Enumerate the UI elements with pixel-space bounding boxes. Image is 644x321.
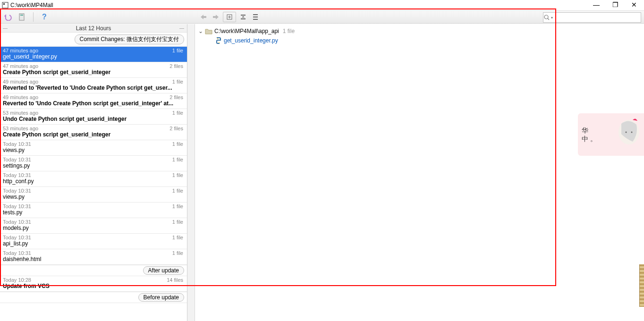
- after-update-row: After update: [0, 265, 187, 276]
- history-files: 14 files: [167, 277, 183, 283]
- python-file-icon: [214, 37, 222, 44]
- history-files: 1 file: [172, 48, 183, 53]
- history-label: daishenhe.html: [3, 256, 184, 262]
- history-time: Today 10:28: [3, 277, 184, 283]
- history-label: http_conf.py: [3, 178, 184, 185]
- collapse-vert-icon[interactable]: [238, 12, 248, 22]
- search-box[interactable]: ▾: [543, 12, 641, 23]
- history-files: 2 files: [169, 63, 183, 69]
- side-widget[interactable]: 华 中 。: [578, 113, 644, 156]
- history-item[interactable]: Today 10:311 filemodels.py: [0, 218, 187, 234]
- history-files: 1 file: [172, 79, 183, 84]
- before-update-row: Before update: [0, 292, 187, 303]
- nav-prev-icon[interactable]: [198, 12, 209, 22]
- history-item[interactable]: Today 10:311 filesettings.py: [0, 156, 187, 171]
- search-input[interactable]: [553, 13, 641, 22]
- svg-point-14: [217, 38, 218, 39]
- section-title: Last 12 Hours: [76, 25, 111, 32]
- history-item[interactable]: 53 minutes ago2 filesCreate Python scrip…: [0, 125, 187, 140]
- history-label: Reverted to 'Undo Create Python script g…: [3, 100, 184, 107]
- history-time: 49 minutes ago: [3, 94, 184, 100]
- widget-illustration: [610, 115, 643, 153]
- help-icon[interactable]: ?: [39, 12, 50, 22]
- close-button[interactable]: ✕: [629, 1, 639, 8]
- app-icon: [2, 2, 8, 8]
- commit-pill[interactable]: Commit Changes: 微信支付|支付宝支付: [75, 34, 185, 44]
- history-item[interactable]: Today 10:311 filedaishenhe.html: [0, 249, 187, 265]
- history-item[interactable]: 49 minutes ago2 filesReverted to 'Undo C…: [0, 93, 187, 109]
- tree-file-name: get_userid_integer.py: [224, 37, 278, 44]
- history-time: 47 minutes ago: [3, 63, 184, 69]
- main-area: — Last 12 Hours — Commit Changes: 微信支付|支…: [0, 24, 644, 321]
- svg-point-12: [544, 15, 548, 19]
- svg-rect-0: [2, 2, 8, 8]
- commit-pill-row: Commit Changes: 微信支付|支付宝支付: [0, 33, 187, 47]
- toolbar: ? ▾: [0, 10, 644, 24]
- history-label: views.py: [3, 147, 184, 153]
- tree-folder-row[interactable]: ⌄ C:\work\MP4Mall\app_api 1 file: [195, 26, 644, 36]
- history-label: Create Python script get_userid_integer: [3, 131, 184, 138]
- history-time: Today 10:31: [3, 250, 184, 256]
- nav-next-icon[interactable]: [211, 12, 221, 22]
- svg-point-15: [219, 42, 220, 43]
- history-label: models.py: [3, 225, 184, 231]
- section-header: — Last 12 Hours —: [0, 24, 187, 33]
- minimize-button[interactable]: —: [591, 1, 602, 8]
- history-files: 2 files: [169, 94, 183, 100]
- history-files: 1 file: [172, 235, 183, 240]
- window-title: C:\work\MP4Mall: [10, 2, 53, 8]
- widget-text: 华 中 。: [582, 126, 597, 143]
- history-label: tests.py: [3, 209, 184, 216]
- history-files: 1 file: [172, 250, 183, 256]
- history-item[interactable]: Today 10:311 fileviews.py: [0, 140, 187, 156]
- history-item[interactable]: 47 minutes ago1 fileget_userid_integer.p…: [0, 47, 187, 62]
- history-item[interactable]: Today 10:311 filehttp_conf.py: [0, 171, 187, 187]
- history-item[interactable]: 53 minutes ago1 fileUndo Create Python s…: [0, 109, 187, 125]
- history-files: 1 file: [172, 172, 183, 178]
- history-time: Today 10:31: [3, 172, 184, 178]
- history-item[interactable]: Today 10:311 fileapi_list.py: [0, 234, 187, 249]
- svg-line-13: [548, 18, 549, 20]
- chevron-down-icon[interactable]: ⌄: [198, 28, 203, 34]
- maximize-button[interactable]: ❐: [610, 1, 620, 8]
- after-update-pill[interactable]: After update: [143, 266, 184, 275]
- tree-file-row[interactable]: get_userid_integer.py: [195, 36, 644, 45]
- history-panel: — Last 12 Hours — Commit Changes: 微信支付|支…: [0, 24, 187, 321]
- history-time: 47 minutes ago: [3, 48, 184, 53]
- history-files: 1 file: [172, 203, 183, 209]
- undo-icon[interactable]: [3, 12, 13, 22]
- history-files: 2 files: [169, 126, 183, 131]
- history-files: 1 file: [172, 188, 183, 194]
- tree-path: C:\work\MP4Mall\app_api: [214, 28, 279, 34]
- history-label: views.py: [3, 194, 184, 200]
- history-item[interactable]: 47 minutes ago2 filesCreate Python scrip…: [0, 62, 187, 78]
- side-handle[interactable]: [639, 264, 644, 307]
- history-label: settings.py: [3, 162, 184, 169]
- history-item[interactable]: Today 10:311 filetests.py: [0, 203, 187, 218]
- splitter[interactable]: [187, 24, 195, 321]
- history-item[interactable]: 49 minutes ago1 fileReverted to 'Reverte…: [0, 78, 187, 93]
- svg-point-17: [626, 132, 627, 133]
- history-files: 1 file: [172, 110, 183, 116]
- svg-rect-3: [20, 15, 23, 16]
- history-time: Today 10:31: [3, 141, 184, 147]
- history-label: get_userid_integer.py: [3, 53, 184, 60]
- history-time: Today 10:31: [3, 235, 184, 240]
- history-label: Undo Create Python script get_userid_int…: [3, 116, 184, 122]
- svg-point-18: [631, 132, 633, 133]
- collapse-both-icon[interactable]: [250, 12, 261, 22]
- history-files: 1 file: [172, 141, 183, 147]
- history-time: Today 10:31: [3, 157, 184, 162]
- window-controls: — ❐ ✕: [591, 1, 639, 8]
- expand-all-icon[interactable]: [224, 12, 235, 22]
- config-icon[interactable]: [17, 12, 27, 22]
- history-item[interactable]: Today 10:2814 filesUpdate from VCS: [0, 276, 187, 292]
- history-label: Create Python script get_userid_integer: [3, 69, 184, 76]
- history-item[interactable]: Today 10:311 fileviews.py: [0, 187, 187, 203]
- history-label: Update from VCS: [3, 283, 184, 289]
- history-time: 53 minutes ago: [3, 126, 184, 131]
- history-time: Today 10:31: [3, 188, 184, 194]
- before-update-pill[interactable]: Before update: [138, 293, 184, 302]
- history-files: 1 file: [172, 219, 183, 225]
- folder-icon: [205, 28, 212, 34]
